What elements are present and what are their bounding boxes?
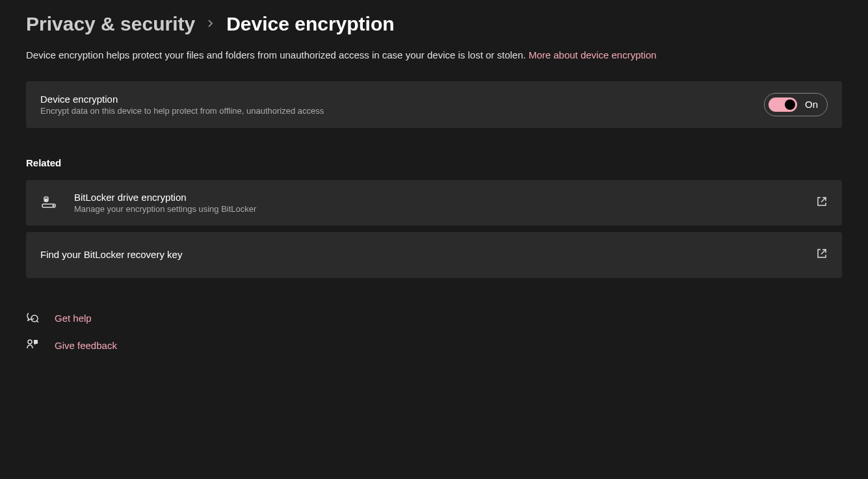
page-description: Device encryption helps protect your fil… xyxy=(26,48,842,63)
device-encryption-card: Device encryption Encrypt data on this d… xyxy=(26,81,842,128)
card-title: Device encryption xyxy=(40,94,324,105)
bitlocker-drive-encryption-card[interactable]: BitLocker drive encryption Manage your e… xyxy=(26,180,842,226)
get-help-link[interactable]: Get help xyxy=(26,311,842,326)
toggle-knob xyxy=(785,99,795,110)
feedback-icon xyxy=(26,338,40,354)
external-link-icon xyxy=(816,248,828,262)
toggle-state-label: On xyxy=(805,99,818,110)
drive-lock-icon xyxy=(40,196,59,209)
more-about-link[interactable]: More about device encryption xyxy=(529,49,657,60)
give-feedback-link[interactable]: Give feedback xyxy=(26,338,842,354)
card-subtitle: Encrypt data on this device to help prot… xyxy=(40,106,324,116)
card-title: BitLocker drive encryption xyxy=(74,192,256,203)
give-feedback-label: Give feedback xyxy=(55,340,117,351)
external-link-icon xyxy=(816,196,828,210)
breadcrumb-parent[interactable]: Privacy & security xyxy=(26,13,195,35)
toggle-track xyxy=(769,97,797,112)
help-icon xyxy=(26,311,40,326)
svg-point-3 xyxy=(53,205,54,206)
find-recovery-key-card[interactable]: Find your BitLocker recovery key xyxy=(26,232,842,278)
svg-point-5 xyxy=(28,340,32,344)
related-header: Related xyxy=(26,157,842,168)
page-title: Device encryption xyxy=(226,13,394,35)
device-encryption-toggle[interactable]: On xyxy=(764,93,828,116)
svg-point-4 xyxy=(31,315,38,322)
svg-rect-1 xyxy=(46,199,47,201)
description-text: Device encryption helps protect your fil… xyxy=(26,49,526,60)
get-help-label: Get help xyxy=(55,313,92,324)
card-title: Find your BitLocker recovery key xyxy=(40,244,182,265)
chevron-right-icon xyxy=(207,18,215,30)
footer-links: Get help Give feedback xyxy=(26,311,842,354)
breadcrumb: Privacy & security Device encryption xyxy=(26,13,842,35)
card-subtitle: Manage your encryption settings using Bi… xyxy=(74,204,256,214)
